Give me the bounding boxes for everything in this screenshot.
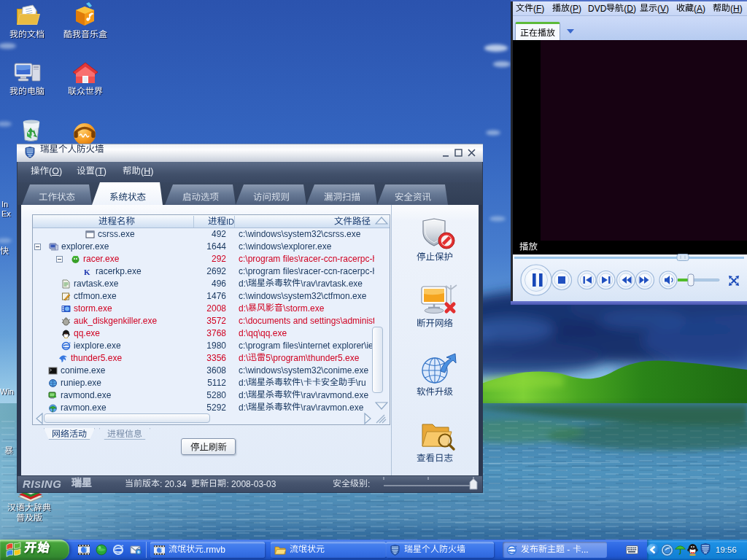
svg-text:K: K bbox=[84, 268, 90, 276]
